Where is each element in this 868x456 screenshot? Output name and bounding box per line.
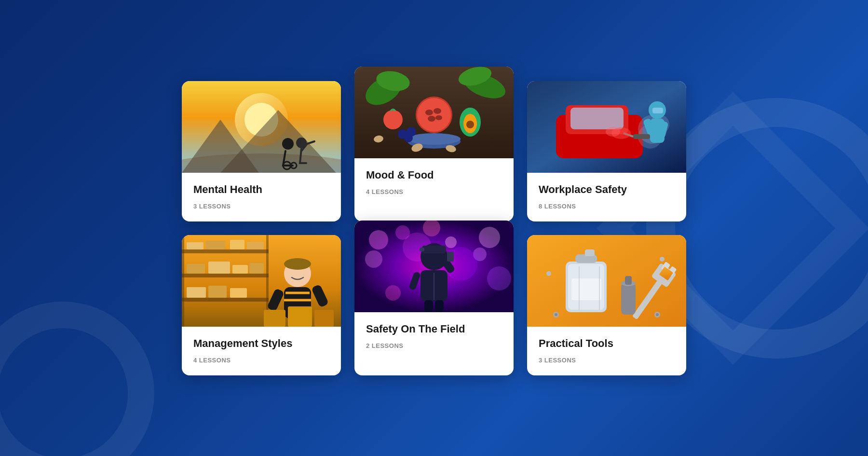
svg-point-22 <box>407 133 461 145</box>
svg-rect-98 <box>585 249 595 256</box>
svg-rect-54 <box>230 240 244 249</box>
card-image-mood-food <box>354 67 514 158</box>
svg-rect-70 <box>264 310 285 327</box>
course-grid: Mental Health 3 LESSONS <box>182 81 686 375</box>
svg-rect-59 <box>249 263 264 274</box>
card-management-styles[interactable]: Management Styles 4 LESSONS <box>182 235 341 375</box>
svg-point-18 <box>434 108 441 114</box>
svg-point-47 <box>606 127 620 137</box>
card-image-mental-health <box>182 81 341 173</box>
svg-rect-63 <box>182 235 184 327</box>
card-image-management-styles <box>182 235 341 327</box>
svg-point-78 <box>365 250 382 268</box>
svg-point-29 <box>466 121 474 128</box>
card-lessons-safety-field: 2 LESSONS <box>366 342 502 349</box>
svg-rect-56 <box>187 264 205 274</box>
card-title-safety-field: Safety On The Field <box>366 323 502 335</box>
svg-rect-61 <box>208 286 227 298</box>
card-body-mental-health: Mental Health 3 LESSONS <box>182 173 341 221</box>
svg-rect-60 <box>187 287 206 298</box>
card-practical-tools[interactable]: Practical Tools 3 LESSONS <box>527 235 686 375</box>
svg-rect-86 <box>422 246 446 253</box>
svg-point-74 <box>369 230 388 249</box>
card-title-management-styles: Management Styles <box>193 337 329 350</box>
svg-rect-49 <box>182 249 269 253</box>
svg-rect-53 <box>206 241 225 249</box>
card-title-mental-health: Mental Health <box>193 183 329 196</box>
card-body-management-styles: Management Styles 4 LESSONS <box>182 327 341 375</box>
svg-rect-72 <box>314 310 334 327</box>
svg-point-69 <box>284 258 311 270</box>
svg-rect-71 <box>288 306 312 327</box>
svg-rect-41 <box>652 108 663 113</box>
card-mental-health[interactable]: Mental Health 3 LESSONS <box>182 81 341 221</box>
svg-rect-57 <box>208 262 230 274</box>
card-image-workplace-safety <box>527 81 686 173</box>
svg-point-109 <box>555 313 557 316</box>
card-lessons-workplace-safety: 8 LESSONS <box>539 203 675 210</box>
card-lessons-practical-tools: 3 LESSONS <box>539 357 675 364</box>
svg-rect-58 <box>232 265 248 274</box>
svg-point-113 <box>660 257 665 262</box>
svg-point-26 <box>383 110 403 129</box>
card-lessons-mood-food: 4 LESSONS <box>366 188 502 195</box>
card-lessons-management-styles: 4 LESSONS <box>193 357 329 364</box>
svg-point-79 <box>487 266 511 290</box>
card-lessons-mental-health: 3 LESSONS <box>193 203 329 210</box>
card-image-practical-tools <box>527 235 686 327</box>
svg-rect-99 <box>571 278 601 300</box>
svg-point-19 <box>428 116 435 122</box>
svg-point-20 <box>435 115 442 120</box>
svg-rect-55 <box>247 242 264 249</box>
svg-rect-45 <box>633 134 650 139</box>
card-title-practical-tools: Practical Tools <box>539 337 675 350</box>
svg-point-112 <box>546 271 551 276</box>
card-title-workplace-safety: Workplace Safety <box>539 183 675 196</box>
svg-point-6 <box>282 138 294 150</box>
card-workplace-safety[interactable]: Workplace Safety 8 LESSONS <box>527 81 686 221</box>
svg-rect-52 <box>187 242 203 249</box>
svg-point-81 <box>445 236 457 248</box>
svg-rect-93 <box>435 300 444 312</box>
svg-point-25 <box>404 134 413 142</box>
svg-rect-107 <box>625 276 632 285</box>
svg-rect-87 <box>420 248 424 251</box>
card-body-safety-field: Safety On The Field 2 LESSONS <box>354 312 514 361</box>
card-body-practical-tools: Practical Tools 3 LESSONS <box>527 327 686 375</box>
svg-point-16 <box>417 98 451 132</box>
svg-rect-36 <box>570 108 624 129</box>
card-body-workplace-safety: Workplace Safety 8 LESSONS <box>527 173 686 221</box>
svg-point-76 <box>479 227 500 248</box>
svg-rect-105 <box>621 283 636 315</box>
card-title-mood-food: Mood & Food <box>366 169 502 181</box>
card-mood-food[interactable]: Mood & Food 4 LESSONS <box>354 67 514 221</box>
svg-rect-90 <box>447 252 454 262</box>
svg-rect-50 <box>182 274 269 277</box>
svg-rect-62 <box>230 288 247 298</box>
card-image-safety-field <box>354 221 514 312</box>
svg-point-82 <box>385 285 401 301</box>
card-body-mood-food: Mood & Food 4 LESSONS <box>354 158 514 207</box>
svg-point-17 <box>425 110 433 115</box>
svg-rect-51 <box>182 298 269 302</box>
svg-rect-92 <box>424 300 433 312</box>
svg-point-111 <box>656 313 659 316</box>
card-safety-field[interactable]: Safety On The Field 2 LESSONS <box>354 221 514 375</box>
